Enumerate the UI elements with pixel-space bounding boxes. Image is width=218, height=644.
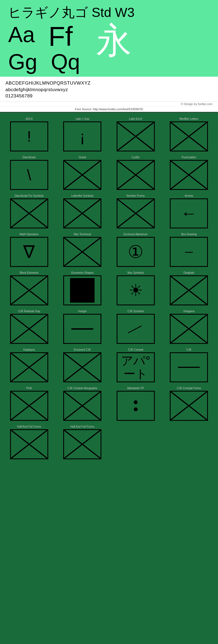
glyph-cell: CJK Compat Forms — [163, 384, 216, 422]
dot-1 — [134, 400, 138, 404]
header-section: ヒラギノ丸ゴ Std W3 Aa Ff Gg Qq 永 — [0, 0, 218, 77]
glyph-cell: Block Elements — [3, 269, 56, 307]
glyph-cell: Letterlike Symbols — [56, 192, 109, 230]
math-glyph: ∇ — [23, 243, 35, 261]
glyph-cell: Number Forms — [109, 192, 162, 230]
glyph-label: Arrows — [185, 194, 193, 197]
glyph-box — [10, 198, 48, 228]
glyph-box: ← — [170, 198, 208, 228]
glyph-box — [10, 352, 48, 382]
grid-section: ASCII!Latin 1 Sup¡Latin Ext AModifier Le… — [0, 112, 218, 464]
glyph-label: Letterlike Symbols — [71, 194, 93, 197]
glyph-label: Punctuation — [182, 156, 196, 159]
glyph-cell: PUA — [3, 384, 56, 422]
glyph-box: ! — [10, 121, 48, 151]
glyph-cell: CJK Compatアパ°ート — [109, 346, 162, 384]
glyph-cell: Dingbats — [163, 269, 216, 307]
glyph-box — [170, 314, 208, 344]
glyph-cell: CJK — [163, 346, 216, 384]
glyph-label: Msc Symbols — [128, 271, 144, 274]
glyph-label: Diacriticals For Symbols — [14, 194, 44, 197]
glyph-cell: Modifier Letters — [163, 115, 216, 153]
boxdraw-glyph: ─ — [185, 246, 193, 257]
enclosed-glyph: ① — [128, 243, 143, 261]
font-title: ヒラギノ丸ゴ Std W3 — [8, 5, 210, 20]
glyph-cell: Katakana — [3, 346, 56, 384]
glyph-label: Geometric Shapes — [71, 271, 94, 274]
glyph-char: \ — [27, 167, 31, 183]
glyph-label: PUA — [26, 387, 32, 390]
glyph-box — [63, 391, 101, 421]
glyph-label: Enclosed CJK — [74, 348, 91, 351]
glyph-box — [170, 275, 208, 305]
glyph-box: ① — [117, 237, 155, 267]
glyph-cell: Math Operators∇ — [3, 231, 56, 269]
glyph-cell: Alphabetic PF — [109, 384, 162, 422]
glyph-box: ☀ — [117, 275, 155, 305]
glyph-box: ─ — [170, 237, 208, 267]
cjk-line — [178, 367, 200, 368]
glyph-cell: Box Drawing─ — [163, 231, 216, 269]
glyph-label: Kangxi — [78, 310, 87, 313]
glyph-box — [117, 160, 155, 190]
glyph-label: Block Elements — [20, 271, 38, 274]
glyph-cell: Latin 1 Sup¡ — [56, 115, 109, 153]
kangxi-line — [71, 328, 93, 330]
glyph-label: Alphabetic PF — [127, 387, 144, 390]
arrow-glyph: ← — [181, 205, 197, 222]
glyph-cell: Diacriticals For Symbols — [3, 192, 56, 230]
cjktext-glyph: アパ°ート — [121, 354, 150, 381]
glyph-label: Diacriticals — [23, 156, 36, 159]
preview-gg: Gg — [8, 50, 37, 74]
glyph-label: Msc Technical — [74, 233, 91, 236]
glyph-cell: Hiragana — [163, 308, 216, 345]
glyph-label: Math Operators — [20, 233, 38, 236]
glyph-label: Half And Full Forms — [17, 425, 41, 428]
source-text: Font Source: http://www.fontke.com/font/… — [75, 108, 143, 111]
credit-bar: © Design by fontke.com — [0, 102, 218, 106]
glyph-cell-last: Half And Full Forms — [56, 423, 109, 461]
glyph-box — [10, 429, 48, 459]
glyph-box — [10, 391, 48, 421]
glyph-cell: Diacriticals\ — [3, 154, 56, 192]
glyph-label: ASCII — [26, 117, 33, 120]
glyph-cell: Greek — [56, 154, 109, 192]
glyph-cell: Enclosed CJK — [56, 346, 109, 384]
glyph-cell: ASCII! — [3, 115, 56, 153]
glyph-box: \ — [10, 160, 48, 190]
preview-ff: Ff — [49, 23, 73, 50]
glyph-box — [63, 160, 101, 190]
glyph-cell: Cyrillic — [109, 154, 162, 192]
glyph-cell: CJK Compat Ideographs — [56, 384, 109, 422]
cjksym-glyph: ／ — [126, 318, 145, 340]
glyph-label: CJK Radicals Sup — [18, 310, 40, 313]
sun-glyph: ☀ — [128, 281, 143, 300]
glyph-label: Enclosed Alphanum — [124, 233, 148, 236]
alphabet-upper: ABCDEFGHIJKLMNOPQRSTUVWXYZ — [5, 80, 213, 87]
glyph-box: ／ — [117, 314, 155, 344]
glyph-box — [117, 121, 155, 151]
glyph-box-last — [63, 429, 101, 459]
source-bar: Font Source: http://www.fontke.com/font/… — [0, 106, 218, 112]
glyph-box — [170, 160, 208, 190]
glyph-label: Latin Ext A — [129, 117, 142, 120]
glyph-box: アパ°ート — [117, 352, 155, 382]
glyph-cell: CJK Symbols／ — [109, 308, 162, 345]
alphabet-lower: abcdefghijklmnopqrstuvwxyz — [5, 87, 213, 93]
glyph-cell: Msc Technical — [56, 231, 109, 269]
glyph-cell: Half And Full Forms — [3, 423, 56, 461]
glyph-char: ¡ — [80, 129, 85, 144]
preview-aa: Aa — [8, 23, 35, 50]
glyph-label: Number Forms — [126, 194, 145, 197]
preview-row: Aa Ff Gg Qq 永 — [8, 23, 210, 74]
preview-cjk: 永 — [96, 23, 132, 58]
glyph-box: ∇ — [10, 237, 48, 267]
glyph-cell: Latin Ext A — [109, 115, 162, 153]
credit-text: © Design by fontke.com — [181, 102, 213, 106]
glyph-cell: Msc Symbols☀ — [109, 269, 162, 307]
font-preview-left: Aa Ff Gg Qq — [8, 23, 80, 74]
glyph-cell: CJK Radicals Sup — [3, 308, 56, 345]
glyph-cell: Kangxi — [56, 308, 109, 345]
glyph-box — [63, 275, 101, 305]
alphabet-section: ABCDEFGHIJKLMNOPQRSTUVWXYZ abcdefghijklm… — [0, 77, 218, 102]
